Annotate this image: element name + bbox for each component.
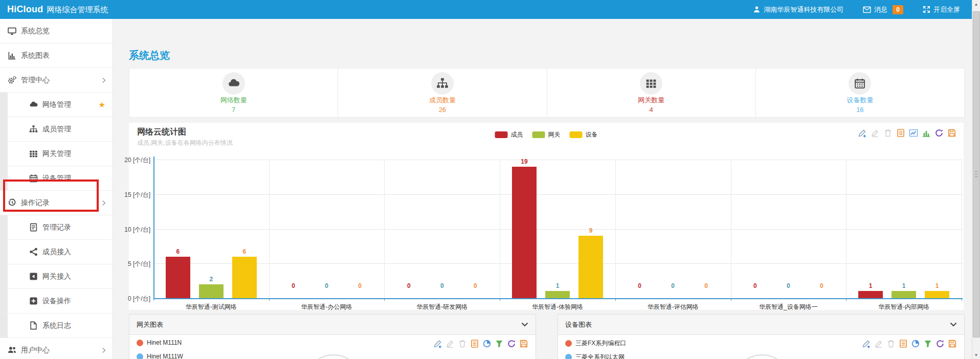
restore-refresh-icon[interactable] xyxy=(507,339,516,348)
bar[interactable] xyxy=(892,291,916,298)
bar[interactable] xyxy=(578,236,603,298)
fullscreen-button[interactable]: 开启全屏 xyxy=(923,5,960,14)
pie-chart-icon[interactable] xyxy=(482,339,492,348)
gateway-legend-item[interactable]: Hinet M111N xyxy=(137,339,182,346)
stat-gateway-count[interactable]: 网关数量 4 xyxy=(547,69,755,117)
sidebar-item-label: 管理记录 xyxy=(42,223,71,232)
brand[interactable]: HiCloud 网络综合管理系统 xyxy=(0,4,108,15)
stat-network-count[interactable]: 网络数量 7 xyxy=(129,69,338,117)
gateway-legend-item[interactable]: Hinet M111W xyxy=(137,353,183,359)
legend-label: 三菱FX系列编程口 xyxy=(575,339,626,348)
sidebar-item-system-logs[interactable]: 系统日志 xyxy=(0,313,113,338)
scroll-up-arrow[interactable]: ▲ xyxy=(972,0,980,8)
save-image-icon[interactable] xyxy=(519,339,528,348)
bar[interactable] xyxy=(545,291,570,298)
vlab: 1 xyxy=(860,282,881,289)
data-view-icon[interactable] xyxy=(470,339,479,348)
save-image-icon[interactable] xyxy=(948,339,957,348)
clear-trash-icon[interactable] xyxy=(458,339,467,348)
bar[interactable] xyxy=(232,257,257,298)
catlab: 华辰智通-办公网络 xyxy=(269,303,385,311)
sidebar-item-management-center[interactable]: 管理中心 xyxy=(0,68,113,93)
sidebar-item-label: 操作记录 xyxy=(21,198,50,208)
main-content: 系统总览 网络数量 7 成员数量 26 网关数量 xyxy=(113,19,972,359)
pie-chart-icon[interactable] xyxy=(911,339,920,348)
company-menu[interactable]: 湖南华辰智通科技有限公司 xyxy=(753,5,843,14)
restore-refresh-icon[interactable] xyxy=(936,339,945,348)
sidebar-item-system-charts[interactable]: 系统图表 xyxy=(0,43,113,68)
data-view-icon[interactable] xyxy=(899,339,908,348)
grid-icon xyxy=(640,72,662,95)
sidebar-item-label: 系统图表 xyxy=(21,51,50,60)
sidebar-item-member-access[interactable]: 成员接入 xyxy=(0,240,113,264)
catlab: 华辰智通_设备网络一 xyxy=(731,303,847,311)
grid-icon xyxy=(29,149,38,158)
sidebar-item-system-overview[interactable]: 系统总览 xyxy=(0,19,113,43)
sidebar-item-gateway-access[interactable]: 网关接入 xyxy=(0,264,113,289)
vlab: 0 xyxy=(317,282,337,289)
sidebar-item-operation-records[interactable]: 操作记录 xyxy=(0,191,113,215)
stat-label: 设备数量 xyxy=(847,96,873,105)
panel-header-gateway[interactable]: 网关图表 xyxy=(129,315,536,335)
sidebar-item-device-management[interactable]: 设备管理 xyxy=(0,166,113,191)
scroll-down-arrow[interactable]: ▼ xyxy=(972,351,980,359)
sidebar-item-user-center[interactable]: 用户中心 xyxy=(0,338,113,359)
plus-square-icon xyxy=(29,297,38,305)
gridv xyxy=(731,160,731,298)
messages-button[interactable]: 消息 0 xyxy=(863,5,903,14)
pie-chart-preview xyxy=(304,354,363,359)
sidebar-item-gateway-management[interactable]: 网关管理 xyxy=(0,142,113,166)
vlab: 6 xyxy=(168,248,188,255)
sidebar-item-member-management[interactable]: 成员管理 xyxy=(0,117,113,142)
stat-value: 7 xyxy=(232,106,235,114)
funnel-icon[interactable] xyxy=(923,339,932,348)
product-name: 网络综合管理系统 xyxy=(47,5,108,15)
edit-icon[interactable] xyxy=(433,339,442,348)
chevron-down-icon[interactable] xyxy=(521,322,528,327)
panel-header-device[interactable]: 设备图表 xyxy=(558,315,964,335)
bar[interactable] xyxy=(199,284,224,298)
sidebar-item-device-operations[interactable]: 设备操作 xyxy=(0,289,113,313)
edit-icon[interactable] xyxy=(862,339,871,348)
sidebar-item-network-management[interactable]: 网络管理 ★ xyxy=(0,93,113,117)
users-icon xyxy=(8,346,16,354)
stat-member-count[interactable]: 成员数量 26 xyxy=(338,69,546,117)
bar[interactable] xyxy=(512,167,537,298)
vlab: 6 xyxy=(234,248,255,255)
sidebar-item-label: 网关管理 xyxy=(42,149,71,159)
stat-label: 网关数量 xyxy=(638,96,664,105)
scrollbar-thumb[interactable] xyxy=(973,11,980,338)
sidebar-item-management-records[interactable]: 管理记录 xyxy=(0,215,113,240)
panel-body: Hinet M111N Hinet M111W xyxy=(129,335,536,359)
clear-trash-icon[interactable] xyxy=(886,339,896,348)
vlab: 19 xyxy=(514,158,534,165)
page-title: 系统总览 xyxy=(129,49,170,62)
cloud-icon xyxy=(222,72,245,95)
app-root: HiCloud 网络综合管理系统 湖南华辰智通科技有限公司 消息 0 xyxy=(0,0,980,359)
axis-y xyxy=(153,156,154,298)
panel-title: 网关图表 xyxy=(137,320,163,329)
catlab: 华辰智通-评估网络 xyxy=(615,303,731,311)
fullscreen-icon xyxy=(923,6,930,13)
device-legend-item[interactable]: 三菱FX系列编程口 xyxy=(565,339,626,348)
caret-left-square-icon xyxy=(29,272,38,281)
sidebar-item-label: 网络管理 xyxy=(42,100,71,109)
bar[interactable] xyxy=(925,291,949,298)
legend-dot xyxy=(565,354,572,359)
vlab: 0 xyxy=(811,282,832,289)
page-scrollbar[interactable]: ▲ ▼ xyxy=(972,0,980,359)
vlab: 0 xyxy=(630,282,650,289)
funnel-icon[interactable] xyxy=(495,339,504,348)
messages-count-badge: 0 xyxy=(893,5,903,14)
chevron-right-icon xyxy=(101,200,106,206)
favorite-star-icon[interactable]: ★ xyxy=(99,101,105,108)
chevron-down-icon[interactable] xyxy=(950,322,957,327)
chevron-right-icon xyxy=(101,347,106,353)
calendar-icon xyxy=(849,72,871,95)
stat-device-count[interactable]: 设备数量 16 xyxy=(755,69,964,117)
device-legend-item[interactable]: 三菱全系列以太网 xyxy=(565,353,625,359)
bar[interactable] xyxy=(858,291,883,298)
sidebar: 系统总览 系统图表 管理中心 网络管理 ★ xyxy=(0,19,113,359)
sidebar-item-label: 成员管理 xyxy=(42,125,71,134)
bar[interactable] xyxy=(166,257,190,298)
